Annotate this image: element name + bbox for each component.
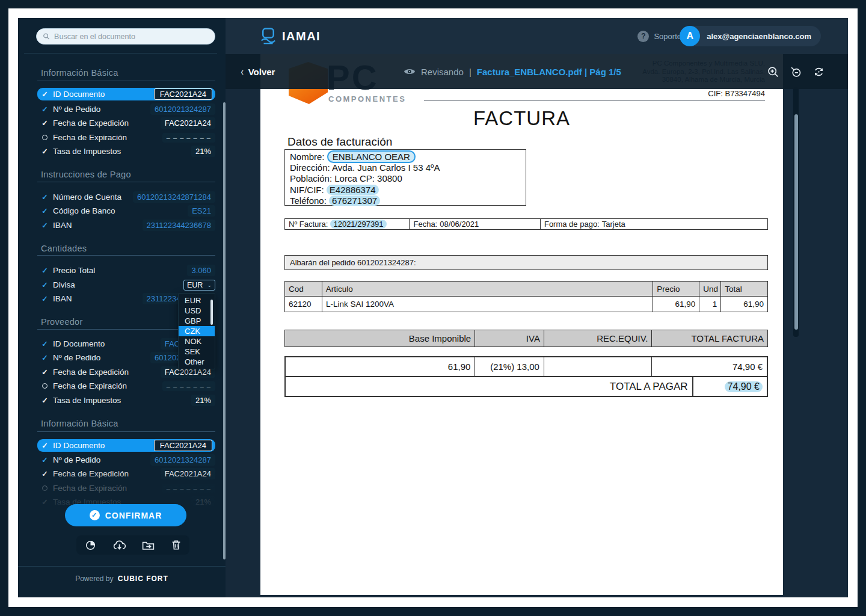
status-label: Revisando: [421, 67, 464, 77]
field-row-id-documento[interactable]: ✓ ID Documento FAC2021A24: [37, 88, 215, 100]
zoom-in-icon[interactable]: [767, 66, 779, 78]
check-icon: ✓: [40, 280, 49, 289]
currency-option[interactable]: SEK: [179, 346, 215, 357]
field-row-proveedor-expiracion[interactable]: Fecha de Expiración – – – – – – –: [37, 380, 215, 392]
extracted-value-telefono[interactable]: 676271307: [329, 196, 380, 206]
field-row-tasa-impuestos[interactable]: ✓ Tasa de Impuestos 21%: [37, 145, 215, 158]
field-value[interactable]: – – – – – – –: [162, 133, 215, 143]
currency-option-highlighted[interactable]: CZK: [179, 326, 215, 336]
trash-icon[interactable]: [171, 540, 181, 550]
currency-option[interactable]: GBP: [179, 316, 215, 326]
confirm-button[interactable]: ✓ CONFIRMAR: [65, 504, 186, 526]
sidebar: Información Básica ✓ ID Documento FAC202…: [18, 18, 226, 597]
field-row-codigo-banco[interactable]: ✓ Código de Banco ES21: [37, 205, 215, 217]
field-label: Tasa de Impuestos: [53, 147, 121, 156]
screenshot-stage: Información Básica ✓ ID Documento FAC202…: [0, 0, 866, 616]
field-value[interactable]: 231122344236678: [143, 220, 216, 231]
confirm-label: CONFIRMAR: [105, 511, 162, 520]
field-row-precio-total[interactable]: ✓ Precio Total 3.060: [37, 264, 215, 277]
brand-name: CUBIC FORT: [118, 574, 168, 583]
rotate-icon[interactable]: [812, 66, 825, 78]
field-value[interactable]: 6012021324287: [150, 454, 215, 466]
app-logo-text: IAMAI: [282, 29, 321, 43]
col-header: IVA: [475, 330, 544, 346]
invoice-title: FACTURA: [260, 107, 783, 130]
currency-option[interactable]: Other: [179, 357, 215, 367]
billing-line: Nombre: ENBLANCO OEAR: [290, 152, 521, 162]
extracted-value-num-factura[interactable]: 12021/297391: [330, 220, 386, 229]
divider: [37, 81, 215, 81]
chevron-left-icon: ‹: [241, 65, 244, 78]
field-value[interactable]: FAC2021A24: [154, 88, 212, 100]
col-header: TOTAL FACTURA: [652, 330, 767, 346]
field-row-pedido-2[interactable]: ✓ Nº de Pedido 6012021324287: [37, 454, 215, 466]
billing-line: Población: Lorca CP: 30800: [290, 173, 521, 184]
field-row-fecha-expiracion-2[interactable]: Fecha de Expiración – – – – – – –: [37, 482, 215, 494]
check-icon: ✓: [40, 469, 49, 478]
totals-table: 61,90 (21%) 13,00 74,90 € TOTAL A PAGAR …: [284, 356, 768, 397]
field-value[interactable]: 3.060: [187, 265, 215, 276]
folder-move-icon[interactable]: [142, 540, 155, 550]
zoom-out-icon[interactable]: [790, 66, 802, 78]
sidebar-scrollbar[interactable]: [223, 102, 226, 559]
field-value[interactable]: 21%: [191, 395, 215, 406]
field-value[interactable]: 60120213242871284: [133, 191, 215, 203]
circle-icon: [42, 383, 48, 389]
eye-icon: [404, 67, 416, 76]
field-row-pedido[interactable]: ✓ Nº de Pedido 6012021324287: [37, 103, 215, 116]
iva-value: (21%) 13,00: [475, 357, 544, 376]
field-row-numero-cuenta[interactable]: ✓ Número de Cuenta 60120213242871284: [37, 191, 215, 203]
field-value[interactable]: FAC2021A24: [154, 440, 212, 451]
search-input[interactable]: [54, 32, 209, 41]
section-title: Cantidades: [41, 244, 87, 253]
check-icon: ✓: [40, 339, 49, 348]
billing-line: Dirección: Avda. Juan Carlos I 53 4ºA: [290, 162, 521, 173]
field-row-divisa[interactable]: ✓ Divisa EUR ⌄: [37, 279, 215, 291]
download-icon[interactable]: [113, 540, 126, 551]
item-cod: 62120: [285, 297, 322, 312]
document-scrollbar-thumb[interactable]: [794, 114, 798, 330]
field-row-fecha-expiracion[interactable]: Fecha de Expiración – – – – – – –: [37, 131, 215, 144]
field-label: Código de Banco: [53, 206, 115, 215]
field-value[interactable]: 21%: [191, 496, 215, 508]
check-icon: ✓: [40, 396, 49, 405]
support-label: Soporte: [654, 32, 681, 41]
document-scrollbar-track[interactable]: [793, 87, 799, 337]
field-label: ID Documento: [53, 441, 105, 450]
field-row-proveedor-tasa[interactable]: ✓ Tasa de Impuestos 21%: [37, 394, 215, 407]
user-account[interactable]: A alex@agenciaenblanco.com: [680, 26, 821, 46]
extracted-value-nif[interactable]: E42886374: [327, 185, 379, 195]
dropdown-scrollbar[interactable]: [210, 300, 213, 325]
field-row-fecha-expedicion-2[interactable]: ✓ Fecha de Expedición FAC2021A24: [37, 467, 215, 480]
field-row-fecha-expedicion[interactable]: ✓ Fecha de Expedición FAC2021A24: [37, 117, 215, 129]
divider: [18, 566, 226, 567]
search-box[interactable]: [36, 28, 215, 45]
extracted-value-nombre[interactable]: ENBLANCO OEAR: [327, 150, 416, 163]
pie-chart-icon[interactable]: [85, 540, 96, 551]
topbar: IAMAI ? Soporte A alex@agenciaenblanco.c…: [226, 18, 848, 54]
field-value[interactable]: – – – – – – –: [162, 381, 215, 391]
section-title: Proveedor: [41, 317, 83, 327]
field-value[interactable]: ES21: [188, 205, 215, 217]
check-icon: ✓: [40, 147, 49, 156]
field-value[interactable]: FAC2021A24: [161, 468, 215, 479]
currency-option[interactable]: NOK: [179, 336, 215, 346]
currency-option[interactable]: USD: [179, 306, 215, 316]
field-value[interactable]: FAC2021A24: [161, 117, 215, 129]
field-row-id-documento-2[interactable]: ✓ ID Documento FAC2021A24: [37, 439, 215, 452]
field-value[interactable]: 21%: [191, 146, 215, 157]
totals-values-row: 61,90 (21%) 13,00 74,90 €: [286, 357, 767, 376]
total-a-pagar-cell: 74,90 €: [692, 377, 767, 396]
meta-cell-fecha: Fecha: 08/06/2021: [410, 219, 540, 229]
currency-select[interactable]: EUR ⌄: [183, 280, 215, 291]
support-link[interactable]: ? Soporte: [637, 18, 681, 54]
back-label: Volver: [248, 67, 275, 77]
currency-option[interactable]: EUR: [179, 295, 215, 306]
field-value[interactable]: – – – – – – –: [162, 484, 215, 493]
extracted-value-total[interactable]: 74,90 €: [725, 381, 763, 392]
meta-cell-factura: Nº Factura: 12021/297391: [285, 219, 410, 229]
field-label: IBAN: [53, 294, 72, 303]
field-value[interactable]: 6012021324287: [150, 103, 215, 115]
field-row-iban[interactable]: ✓ IBAN 231122344236678: [37, 219, 215, 232]
back-button[interactable]: ‹ Volver: [241, 54, 275, 89]
